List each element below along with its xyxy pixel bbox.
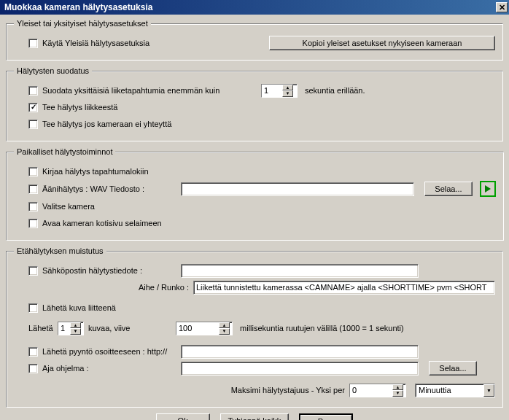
close-icon: ✕ bbox=[499, 3, 505, 12]
filter-seconds-input[interactable] bbox=[262, 85, 282, 97]
alert-motion-label: Tee hälytys liikkeestä bbox=[42, 103, 117, 112]
email-input[interactable] bbox=[181, 264, 419, 278]
play-icon bbox=[484, 185, 491, 192]
send-prefix-label: Lähetä bbox=[28, 324, 58, 332]
max-freq-spinner[interactable]: ▲ ▼ bbox=[349, 384, 406, 397]
open-homepage-label: Avaa kameran kotisivu selaimeen bbox=[42, 219, 162, 228]
attach-image-label: Lähetä kuva liitteenä bbox=[42, 303, 116, 312]
wav-play-button[interactable] bbox=[480, 181, 496, 197]
group-general-legend: Yleiset tai yksityiset hälytysasetukset bbox=[14, 19, 151, 28]
alert-nocontact-label: Tee hälytys jos kameraan ei yhteyttä bbox=[42, 120, 171, 128]
group-local-legend: Paikalliset hälytystoiminnot bbox=[14, 147, 115, 156]
log-event-checkbox[interactable] bbox=[28, 167, 38, 176]
attach-image-checkbox[interactable] bbox=[28, 303, 38, 313]
copy-general-button[interactable]: Kopioi yleiset asetukset nykyiseen kamer… bbox=[269, 36, 495, 50]
group-local: Paikalliset hälytystoiminnot Kirjaa häly… bbox=[6, 147, 504, 241]
select-camera-checkbox[interactable] bbox=[28, 202, 38, 211]
spinner-up-icon[interactable]: ▲ bbox=[282, 85, 293, 91]
select-camera-label: Valitse kamera bbox=[42, 202, 95, 211]
subject-input[interactable] bbox=[193, 281, 495, 295]
filter-suffix-label: sekuntia erillään. bbox=[305, 86, 365, 95]
group-general: Yleiset tai yksityiset hälytysasetukset … bbox=[6, 19, 503, 61]
filter-seconds-spinner[interactable]: ▲ ▼ bbox=[261, 84, 298, 98]
svg-marker-0 bbox=[485, 185, 491, 192]
group-remote-legend: Etähälytyksen muistutus bbox=[14, 246, 106, 255]
email-label: Sähköpostin hälytystiedote : bbox=[42, 266, 181, 275]
wav-label: Äänihälytys : WAV Tiedosto : bbox=[42, 184, 181, 193]
wav-file-input[interactable] bbox=[181, 182, 414, 196]
close-button[interactable]: ✕ bbox=[496, 2, 508, 12]
use-general-label: Käytä Yleisiä hälytysasetuksia bbox=[42, 39, 149, 47]
filter-events-label: Suodata yksittäisiä liiketapahtumia enem… bbox=[42, 86, 261, 95]
spinner-up-icon[interactable]: ▲ bbox=[70, 322, 81, 329]
max-freq-label: Maksimi hälytystajuus - Yksi per bbox=[183, 386, 349, 394]
group-remote: Etähälytyksen muistutus Sähköpostin häly… bbox=[6, 246, 503, 408]
wav-browse-button[interactable]: Selaa... bbox=[424, 182, 473, 196]
ok-button[interactable]: Ok bbox=[156, 413, 210, 420]
spinner-up-icon[interactable]: ▲ bbox=[219, 322, 230, 329]
spinner-down-icon[interactable]: ▼ bbox=[282, 90, 293, 97]
cancel-button[interactable]: Peru bbox=[299, 413, 353, 420]
wav-checkbox[interactable] bbox=[28, 184, 38, 194]
clear-button[interactable]: Tyhjennä kaikk bbox=[220, 413, 290, 420]
delay-spinner[interactable]: ▲ ▼ bbox=[176, 322, 233, 335]
max-freq-unit-value: Minuuttia bbox=[416, 384, 483, 397]
delay-input[interactable] bbox=[176, 322, 219, 335]
max-freq-input[interactable] bbox=[350, 384, 392, 397]
window-title: Muokkaa kameran hälytysasetuksia bbox=[4, 2, 496, 12]
spinner-down-icon[interactable]: ▼ bbox=[70, 328, 81, 335]
spinner-down-icon[interactable]: ▼ bbox=[392, 390, 403, 397]
log-event-label: Kirjaa hälytys tapahtumalokiin bbox=[42, 167, 149, 176]
subject-label: Aihe / Runko : bbox=[27, 283, 193, 292]
runprog-label: Aja ohjelma : bbox=[42, 364, 181, 373]
alert-motion-checkbox[interactable] bbox=[28, 103, 38, 112]
email-checkbox[interactable] bbox=[28, 266, 38, 276]
runprog-checkbox[interactable] bbox=[28, 364, 38, 373]
runprog-browse-button[interactable]: Selaa... bbox=[429, 361, 477, 376]
group-filter-legend: Hälytysten suodatus bbox=[14, 66, 92, 75]
dialog-body: Yleiset tai yksityiset hälytysasetukset … bbox=[0, 15, 509, 420]
use-general-checkbox[interactable] bbox=[28, 39, 38, 48]
chevron-down-icon[interactable]: ▼ bbox=[483, 384, 494, 397]
titlebar: Muokkaa kameran hälytysasetuksia ✕ bbox=[0, 0, 509, 15]
send-count-input[interactable] bbox=[58, 322, 70, 335]
http-input[interactable] bbox=[181, 345, 419, 359]
delay-suffix-label: millisekuntia ruutujen välillä (1000 = 1… bbox=[240, 324, 404, 332]
http-checkbox[interactable] bbox=[28, 347, 38, 357]
group-filter: Hälytysten suodatus Suodata yksittäisiä … bbox=[6, 66, 503, 141]
send-count-spinner[interactable]: ▲ ▼ bbox=[58, 322, 84, 335]
open-homepage-checkbox[interactable] bbox=[28, 219, 38, 228]
http-label: Lähetä pyyntö osoitteeseen : http:// bbox=[42, 347, 181, 356]
spinner-down-icon[interactable]: ▼ bbox=[219, 328, 230, 335]
filter-events-checkbox[interactable] bbox=[28, 86, 38, 96]
spinner-up-icon[interactable]: ▲ bbox=[392, 384, 403, 391]
alert-nocontact-checkbox[interactable] bbox=[28, 120, 38, 129]
max-freq-unit-select[interactable]: Minuuttia ▼ bbox=[415, 384, 495, 397]
runprog-input[interactable] bbox=[181, 362, 419, 376]
footer-buttons: Ok Tyhjennä kaikk Peru bbox=[6, 413, 503, 420]
send-mid-label: kuvaa, viive bbox=[88, 324, 176, 332]
